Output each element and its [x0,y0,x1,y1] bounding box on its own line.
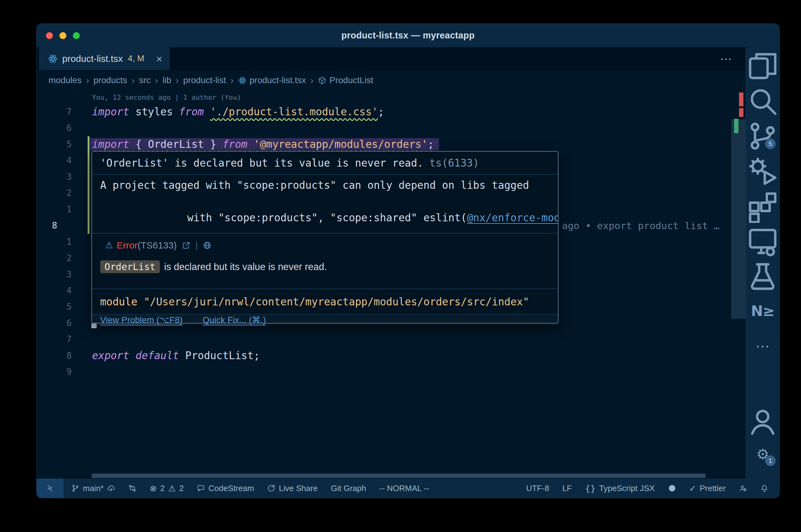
breadcrumb-item-product-list-tsx[interactable]: product-list.tsx [238,75,306,86]
activity-search[interactable] [746,83,779,118]
globe-icon[interactable] [203,241,212,250]
more-actions-button[interactable]: ⋯ [720,53,732,65]
github-icon [668,484,676,492]
chevron-right-icon: › [131,75,134,86]
activity-remote-explorer[interactable] [746,224,779,259]
activity-nx-console[interactable]: N≥ [746,293,779,328]
line-number[interactable]: 7 [37,331,72,347]
code-line: import styles from './product-list.modul… [92,104,384,120]
titlebar: product-list.tsx — myreactapp [37,24,779,47]
line-number[interactable]: 3 [37,266,72,283]
line-number[interactable]: 1 [37,201,72,217]
minimize-window-button[interactable] [59,32,66,39]
status-language-mode[interactable]: {}TypeScript JSX [578,478,661,498]
status-git-branch[interactable]: main* [65,478,122,498]
tab-bar: product-list.tsx 4, M × ⋯ [37,47,746,70]
tab-product-list[interactable]: product-list.tsx 4, M × [39,47,170,70]
activity-source-control[interactable]: 5 [746,118,779,153]
status-git-graph[interactable]: Git Graph [325,478,373,498]
status-eol[interactable]: LF [556,478,578,498]
status-prettier[interactable]: ✓Prettier [683,478,732,498]
status-github[interactable] [661,478,683,498]
open-docs-icon[interactable] [182,241,190,250]
tab-close-icon[interactable]: × [156,54,162,64]
error-severity-icon: ⚠ [105,241,113,250]
eslint-rule-link[interactable]: @nx/enforce-module- [467,212,558,224]
error-label: Error [117,240,138,251]
error-code: (TS6133) [138,240,177,251]
status-problems[interactable]: ⊗2⚠2 [143,478,190,498]
activity-manage[interactable]: ⚙1 [746,438,779,471]
overview-ruler-change-mark [734,119,739,133]
line-number[interactable]: 4 [37,283,72,299]
chevron-right-icon: › [86,75,89,86]
activity-additional-views[interactable]: ⋯ [746,328,779,363]
status-remote[interactable] [37,478,63,498]
code-line: export default ProductList; [92,347,260,364]
editor-code-area[interactable]: You, 12 seconds ago | 1 author (You) ago… [37,91,746,478]
module-keyword: module [100,296,138,308]
status-encoding[interactable]: UTF-8 [520,478,556,498]
activity-bar: 5N≥⋯⚙1 [746,47,779,478]
vertical-scrollbar[interactable] [731,119,746,319]
react-icon [238,76,247,85]
activity-testing[interactable] [746,259,779,293]
breadcrumb-item-productlist[interactable]: ProductList [318,75,373,86]
editor-actions: ⋯ [650,47,746,70]
line-number[interactable]: 9 [37,364,72,380]
line-number[interactable]: 5 [37,299,72,315]
chevron-right-icon: › [155,75,158,86]
activity-run-and-debug[interactable] [746,153,779,189]
close-window-button[interactable] [46,32,53,39]
line-number[interactable]: 3 [37,169,72,185]
activity-extensions[interactable] [746,189,779,224]
cloud-upload-icon [107,484,115,492]
line-number[interactable]: 1 [37,234,72,250]
line-number[interactable]: 8 [37,347,72,364]
quick-fix-button[interactable]: Quick Fix... (⌘.) [203,315,266,325]
line-number[interactable]: 5 [37,136,72,153]
check-icon: ✓ [689,484,696,493]
line-number[interactable]: 7 [37,104,72,120]
breadcrumb-item-products[interactable]: products [94,75,127,86]
line-number[interactable]: 2 [37,185,72,201]
breadcrumb-item-lib[interactable]: lib [163,75,171,86]
highlighted-import-statement: import { OrderList } from '@myreactapp/m… [90,138,439,150]
line-number[interactable]: 2 [37,250,72,266]
chevron-right-icon: › [176,75,179,86]
branch-icon [71,484,79,492]
status-gitlens-compare[interactable] [122,478,143,498]
hover-eslint-message: A project tagged with "scope:products" c… [92,174,558,233]
bell-icon [760,484,768,492]
breadcrumb-item-src[interactable]: src [139,75,150,86]
cube-icon [318,76,326,85]
maximize-window-button[interactable] [73,32,80,39]
badge: 1 [765,455,776,466]
react-icon [48,54,58,64]
hover-actions: View Problem (⌥F8) Quick Fix... (⌘.) [92,314,558,325]
gutter-change-indicator [88,136,90,234]
status-feedback[interactable] [732,478,754,498]
line-number[interactable]: 8 [37,217,77,234]
status-codestream[interactable]: CodeStream [190,478,261,498]
view-problem-button[interactable]: View Problem (⌥F8) [100,315,183,325]
remote-icon [46,484,54,492]
line-number[interactable]: 4 [37,153,72,169]
window-title: product-list.tsx — myreactapp [341,30,475,41]
breadcrumb-item-product-list[interactable]: product-list [183,75,226,86]
vscode-window: product-list.tsx — myreactapp product-li… [36,23,780,498]
line-number[interactable]: 6 [37,315,72,331]
horizontal-scrollbar[interactable] [92,474,706,478]
status-vim-mode[interactable]: -- NORMAL -- [372,478,436,498]
activity-explorer[interactable] [746,49,779,83]
live-share-icon [267,484,275,492]
status-notifications[interactable] [754,478,775,498]
breadcrumb-item-modules[interactable]: modules [49,75,82,86]
codestream-icon [197,484,205,492]
line-number[interactable]: 6 [37,120,72,136]
chevron-right-icon: › [231,75,234,86]
status-live-share[interactable]: Live Share [261,478,324,498]
activity-accounts[interactable] [746,405,779,438]
diagnostic-hover-popup: 'OrderList' is declared but its value is… [91,151,559,324]
status-bar: main*⊗2⚠2CodeStreamLive ShareGit Graph--… [37,478,779,498]
